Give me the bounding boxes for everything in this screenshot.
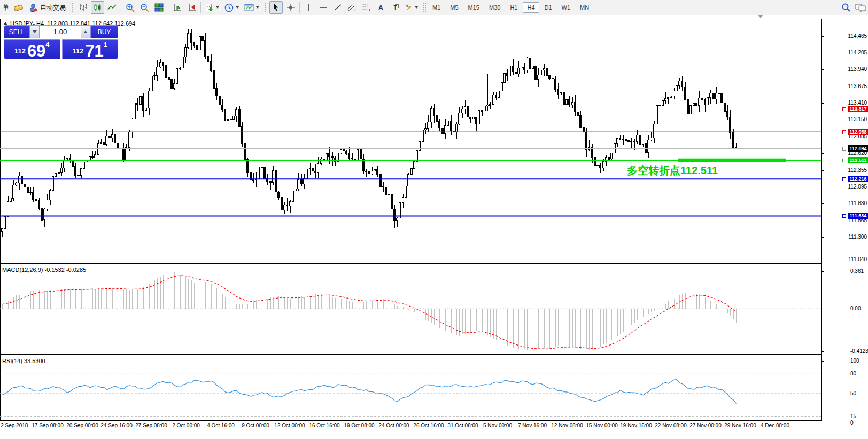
indicators-button[interactable] bbox=[203, 1, 221, 14]
text-tool-letter: A bbox=[378, 4, 383, 12]
toolbar-grip[interactable] bbox=[264, 2, 267, 13]
fibonacci-icon bbox=[361, 3, 369, 12]
tf-button-M30[interactable]: M30 bbox=[485, 2, 505, 13]
new-order-button[interactable]: 单 bbox=[1, 1, 11, 14]
autotrading-button[interactable]: 自动交易 bbox=[26, 1, 68, 14]
price-tick-label: 113.675 bbox=[834, 83, 867, 89]
sell-price-button[interactable]: 112 69 4 bbox=[4, 39, 60, 59]
rsi-tick-label: 100 bbox=[850, 358, 859, 364]
time-tick-label: 15 Nov 00:00 bbox=[586, 422, 618, 428]
crosshair-tool-button[interactable] bbox=[284, 1, 297, 14]
rsi-line bbox=[3, 380, 737, 404]
buy-button[interactable]: BUY bbox=[90, 25, 118, 38]
channel-tool-button[interactable]: E bbox=[345, 1, 359, 14]
price-tick-dash bbox=[822, 87, 824, 87]
arrows-tool-icon bbox=[405, 4, 413, 12]
price-tick-label: 114.465 bbox=[834, 33, 867, 39]
time-tick-label: 4 Dec 08:00 bbox=[761, 422, 789, 428]
order-ticket-button[interactable] bbox=[12, 1, 25, 14]
macd-tick-label: -0.4123 bbox=[850, 348, 868, 354]
volume-decrease-button[interactable] bbox=[30, 25, 40, 38]
order-ticket-icon bbox=[13, 3, 24, 12]
time-tick-label: 12 Oct 00:00 bbox=[274, 422, 305, 428]
bar-chart-button[interactable] bbox=[76, 1, 90, 14]
text-tool-button[interactable]: A bbox=[374, 1, 387, 14]
text-label-letter: T bbox=[392, 4, 398, 11]
price-tick-dash bbox=[822, 187, 824, 187]
search-button[interactable] bbox=[839, 1, 852, 14]
candles-layer bbox=[2, 29, 737, 237]
pane-splitter[interactable] bbox=[0, 263, 822, 264]
tf-button-H4[interactable]: H4 bbox=[523, 2, 539, 13]
volume-field[interactable]: 1.00 bbox=[40, 25, 81, 38]
price-tick-dash bbox=[822, 203, 824, 204]
cursor-tool-button[interactable] bbox=[269, 1, 283, 14]
chart-border-bottom bbox=[0, 420, 822, 421]
tile-windows-button[interactable] bbox=[152, 1, 166, 14]
text-label-tool-button[interactable]: T bbox=[389, 1, 402, 14]
vertical-line-tool-button[interactable] bbox=[302, 1, 315, 14]
time-tick-label: 24 Sep 16:00 bbox=[100, 422, 133, 428]
tf-button-M1[interactable]: M1 bbox=[428, 2, 445, 13]
chat-button[interactable] bbox=[854, 1, 867, 14]
hline-handle[interactable] bbox=[842, 159, 846, 162]
price-tick-dash bbox=[822, 260, 824, 260]
rsi-tick-label: 50 bbox=[850, 390, 856, 396]
sell-price-big: 69 bbox=[27, 44, 45, 58]
sell-button[interactable]: SELL bbox=[4, 25, 30, 38]
pane-splitter[interactable] bbox=[0, 354, 822, 355]
new-order-label: 单 bbox=[3, 3, 9, 12]
trendline-tool-button[interactable] bbox=[331, 1, 344, 14]
time-tick-label: 9 Oct 08:00 bbox=[242, 422, 269, 428]
zoom-out-button[interactable] bbox=[138, 1, 151, 14]
hline-handle[interactable] bbox=[842, 214, 846, 218]
buy-price-button[interactable]: 112 71 1 bbox=[62, 39, 119, 59]
tf-button-D1[interactable]: D1 bbox=[540, 2, 556, 13]
rsi-tick-dash bbox=[822, 417, 824, 417]
tf-button-H1[interactable]: H1 bbox=[506, 2, 522, 13]
toolbar-grip[interactable] bbox=[422, 2, 426, 13]
pane-splitter[interactable] bbox=[0, 262, 822, 262]
price-tick-label: 113.150 bbox=[834, 116, 867, 122]
volume-increase-button[interactable] bbox=[81, 25, 90, 38]
arrows-tool-button[interactable] bbox=[403, 1, 420, 14]
macd-tick-dash bbox=[822, 271, 824, 272]
chart-shift-button[interactable] bbox=[185, 1, 198, 14]
rsi-indicator-label: RSI(14) 33.5300 bbox=[2, 358, 45, 364]
autotrading-icon bbox=[29, 3, 38, 12]
pane-splitter[interactable] bbox=[0, 356, 822, 356]
fibonacci-tool-button[interactable]: F bbox=[360, 1, 373, 14]
buy-price-sup: 1 bbox=[104, 41, 107, 49]
price-tick-dash bbox=[822, 170, 824, 171]
tf-button-W1[interactable]: W1 bbox=[557, 2, 575, 13]
hline-handle[interactable] bbox=[842, 177, 846, 181]
price-tick-label: 114.205 bbox=[834, 50, 867, 56]
rsi-pane[interactable] bbox=[0, 357, 821, 420]
price-tick-label: 112.355 bbox=[834, 167, 867, 173]
horizontal-line-tool-button[interactable] bbox=[316, 1, 330, 14]
cursor-icon bbox=[272, 3, 280, 12]
buy-price-big: 71 bbox=[85, 44, 103, 58]
price-tick-dash bbox=[822, 53, 824, 53]
periods-button[interactable] bbox=[222, 1, 241, 14]
tf-button-M15[interactable]: M15 bbox=[464, 2, 484, 13]
time-tick-label: 4 Oct 16:00 bbox=[207, 422, 235, 428]
macd-tick-dash bbox=[822, 309, 824, 309]
line-chart-button[interactable] bbox=[105, 1, 119, 14]
candlestick-chart-button[interactable] bbox=[91, 1, 104, 14]
rsi-tick-dash bbox=[822, 361, 824, 362]
tf-button-MN[interactable]: MN bbox=[576, 2, 593, 13]
auto-scroll-button[interactable] bbox=[170, 1, 184, 14]
macd-pane[interactable] bbox=[0, 265, 821, 354]
hline-handle[interactable] bbox=[842, 147, 846, 151]
zoom-in-button[interactable] bbox=[123, 1, 137, 14]
price-tick-dash bbox=[822, 103, 824, 104]
hline-handle[interactable] bbox=[842, 130, 846, 134]
tf-button-M5[interactable]: M5 bbox=[446, 2, 462, 13]
hline-handle[interactable] bbox=[842, 107, 846, 111]
templates-button[interactable] bbox=[242, 1, 261, 14]
price-chart-pane[interactable] bbox=[0, 19, 821, 262]
macd-tick-label: 0.00 bbox=[850, 305, 861, 311]
toolbar-grip[interactable] bbox=[71, 2, 74, 13]
periods-clock-icon bbox=[224, 3, 234, 12]
